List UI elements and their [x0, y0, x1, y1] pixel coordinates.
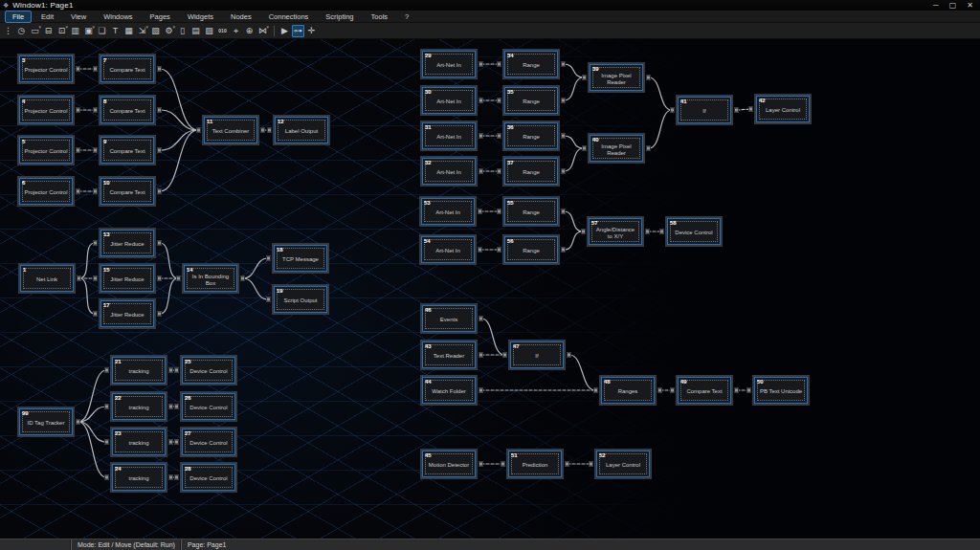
output-port[interactable] [479, 317, 483, 321]
output-port[interactable] [157, 312, 162, 317]
output-port[interactable] [734, 108, 739, 113]
input-port[interactable] [501, 462, 505, 467]
title-bar[interactable]: ❖ Window1: Page1 ─▢✕ [0, 0, 980, 11]
output-port[interactable] [479, 353, 483, 358]
node-5[interactable]: 5Projector Control [19, 137, 73, 164]
output-port[interactable] [168, 475, 173, 480]
input-port[interactable] [104, 405, 109, 409]
output-port[interactable] [157, 276, 162, 281]
node-52[interactable]: 52Layer Control [596, 451, 650, 477]
output-port[interactable] [657, 388, 662, 393]
input-port[interactable] [174, 405, 179, 409]
node-11[interactable]: 11Text Combiner [204, 117, 257, 143]
node-39[interactable]: 39Image Pixel Reader [590, 64, 643, 91]
input-port[interactable] [670, 108, 675, 113]
menu-item-windows[interactable]: Windows [96, 11, 140, 23]
wire[interactable] [78, 422, 106, 442]
toolbar-gear-button[interactable]: ⚙▾ [163, 25, 175, 37]
node-45[interactable]: 45Motion Detector [422, 451, 476, 477]
output-port[interactable] [479, 99, 483, 103]
toolbar-image-button[interactable]: ▧ [149, 25, 162, 37]
wire[interactable] [160, 130, 198, 150]
wire[interactable] [243, 258, 268, 278]
input-port[interactable] [174, 368, 179, 373]
node-26[interactable]: 26Device Control [182, 393, 235, 420]
toolbar-scale-button[interactable]: ⇲▾ [136, 25, 148, 37]
input-port[interactable] [174, 440, 179, 445]
menu-item-edit[interactable]: Edit [33, 11, 61, 23]
node-42[interactable]: 42Layer Control [756, 96, 810, 122]
node-32[interactable]: 32Art-Net In [422, 158, 476, 185]
wire[interactable] [481, 319, 504, 355]
menu-item-file[interactable]: File [5, 11, 32, 23]
node-3[interactable]: 3Projector Control [19, 55, 73, 82]
node-47[interactable]: 47If [510, 341, 564, 368]
node-7[interactable]: 7Compare Text [100, 55, 154, 82]
toolbar-slider-button[interactable]: ⊟ [42, 25, 55, 37]
node-53[interactable]: 53Art-Net In [421, 198, 475, 225]
menu-item-tools[interactable]: Tools [364, 11, 396, 23]
input-port[interactable] [670, 388, 675, 393]
node-48[interactable]: 48Ranges [601, 377, 655, 404]
input-port[interactable] [497, 134, 501, 139]
node-57[interactable]: 57Angle/Distance to X/Y [589, 218, 642, 245]
node-12[interactable]: 12Label Output [275, 117, 328, 143]
node-1[interactable]: 1Net Link [20, 265, 74, 292]
node-6[interactable]: 6Projector Control [19, 178, 73, 205]
output-port[interactable] [567, 353, 571, 358]
input-port[interactable] [748, 107, 753, 112]
output-port[interactable] [76, 108, 80, 113]
input-port[interactable] [93, 189, 98, 194]
output-port[interactable] [734, 388, 739, 393]
output-port[interactable] [168, 440, 173, 445]
wire[interactable] [649, 77, 672, 110]
node-22[interactable]: 22tracking [112, 393, 166, 420]
output-port[interactable] [157, 108, 162, 113]
input-port[interactable] [176, 276, 181, 281]
window-minimize-button[interactable]: ─ [933, 1, 939, 10]
menu-item-nodes[interactable]: Nodes [223, 11, 259, 23]
node-18[interactable]: 18TCP Message [274, 245, 327, 272]
output-port[interactable] [561, 99, 566, 103]
input-port[interactable] [104, 368, 109, 373]
node-35[interactable]: 35Range [504, 87, 558, 114]
input-port[interactable] [497, 99, 501, 103]
wire[interactable] [79, 278, 95, 314]
node-15[interactable]: 15Jitter Reduce [100, 265, 154, 292]
toolbar-table-button[interactable]: ▤ [189, 25, 202, 37]
node-44[interactable]: 44Watch Folder [422, 377, 476, 404]
node-55[interactable]: 55Range [504, 198, 558, 225]
wire[interactable] [564, 211, 583, 231]
node-40[interactable]: 40Image Pixel Reader [590, 135, 643, 162]
wire[interactable] [564, 148, 584, 171]
wire[interactable] [564, 231, 583, 250]
toolbar-frame-button[interactable]: ❏ [96, 25, 108, 37]
output-port[interactable] [479, 462, 483, 467]
output-port[interactable] [157, 241, 162, 246]
output-port[interactable] [561, 209, 566, 214]
menu-item-widgets[interactable]: Widgets [180, 11, 221, 23]
node-23[interactable]: 23tracking [112, 429, 166, 455]
toolbar-grid-button[interactable]: ▦ [122, 25, 135, 37]
toolbar-move-button[interactable]: ✛ [305, 25, 318, 37]
output-port[interactable] [76, 148, 80, 153]
node-36[interactable]: 36Range [504, 122, 558, 149]
output-port[interactable] [561, 62, 566, 67]
toolbar-play-button[interactable]: ▶ [278, 25, 291, 37]
wire[interactable] [160, 110, 198, 130]
output-port[interactable] [240, 276, 245, 281]
output-port[interactable] [168, 368, 173, 373]
node-56[interactable]: 56Range [504, 236, 558, 263]
output-port[interactable] [157, 189, 162, 194]
wire[interactable] [78, 422, 106, 477]
node-30[interactable]: 30Art-Net In [422, 87, 476, 114]
output-port[interactable] [646, 146, 651, 151]
input-port[interactable] [266, 297, 271, 302]
input-port[interactable] [104, 440, 109, 445]
wire[interactable] [243, 278, 268, 299]
toolbar-widget-rect-button[interactable]: ▭▾ [29, 25, 41, 37]
toolbar-display-button[interactable]: ⊡▾ [56, 25, 68, 37]
output-port[interactable] [479, 388, 483, 393]
output-port[interactable] [76, 67, 80, 72]
node-50[interactable]: 50PB Text Unicode [754, 377, 808, 404]
